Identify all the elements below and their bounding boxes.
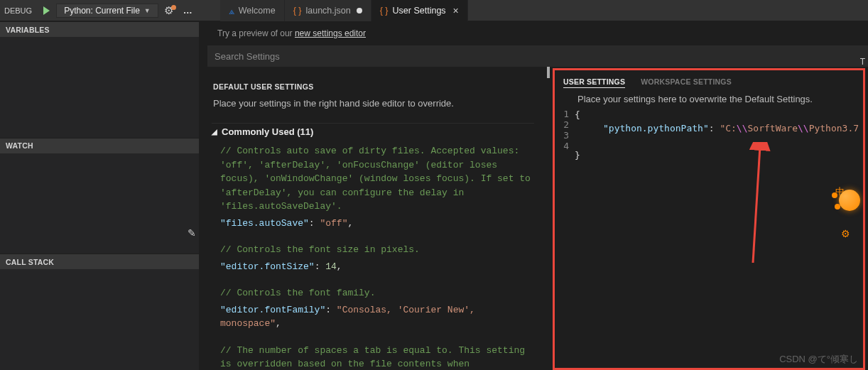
callstack-section-header[interactable]: CALL STACK <box>0 254 199 269</box>
settings-scope-tabs: USER SETTINGS WORKSPACE SETTINGS <box>555 70 863 92</box>
tab-welcome[interactable]: ⟁ Welcome <box>220 0 285 21</box>
callstack-panel <box>0 269 199 370</box>
play-icon <box>43 6 50 15</box>
tab-launch-json[interactable]: { } launch.json <box>285 0 371 21</box>
tab-workspace-scope[interactable]: WORKSPACE SETTINGS <box>641 76 732 88</box>
assistant-bubble: 中 ⚙ <box>839 190 860 211</box>
tab-user-scope[interactable]: USER SETTINGS <box>563 76 625 88</box>
setting-value: "off" <box>320 218 347 229</box>
chevron-down-icon: ◢ <box>212 128 217 136</box>
debug-config-dropdown[interactable]: Python: Current File ▼ <box>56 4 158 18</box>
commonly-used-group[interactable]: ◢Commonly Used (11) <box>212 123 534 144</box>
ime-badge: 中 <box>835 185 845 198</box>
watch-panel <box>0 153 199 254</box>
default-settings-pane: DEFAULT USER SETTINGS Place your setting… <box>199 67 550 370</box>
default-settings-header: DEFAULT USER SETTINGS <box>212 80 534 97</box>
dirty-dot-icon <box>357 8 362 13</box>
setting-key: "editor.fontSize" <box>220 261 315 272</box>
scrollbar-thumb[interactable] <box>547 67 550 78</box>
filter-button[interactable]: T <box>860 57 865 67</box>
tab-label: Welcome <box>239 6 276 16</box>
debug-settings-button[interactable]: ⚙ <box>164 4 176 17</box>
default-settings-hint: Place your settings in the right hand si… <box>212 97 534 117</box>
tab-label: launch.json <box>305 6 350 16</box>
watch-section-header[interactable]: WATCH <box>0 138 199 153</box>
search-settings-input[interactable]: Search Settings <box>207 45 868 67</box>
code-area[interactable]: { "python.pythonPath": "C:\\SorftWare\\P… <box>575 109 859 162</box>
default-settings-code[interactable]: // Controls auto save of dirty files. Ac… <box>212 144 534 370</box>
search-placeholder: Search Settings <box>215 51 280 62</box>
editor-tabs: ⟁ Welcome { } launch.json { } User Setti… <box>220 0 468 21</box>
gear-icon: ⚙ <box>841 228 850 239</box>
user-settings-hint: Place your settings here to overwrite th… <box>555 92 863 109</box>
setting-key: "files.autoSave" <box>220 218 309 229</box>
debug-label: DEBUG <box>0 6 36 15</box>
braces-icon: { } <box>293 6 302 16</box>
tab-user-settings[interactable]: { } User Settings × <box>371 0 468 21</box>
setting-comment: // Controls the font family. <box>220 286 534 300</box>
line-numbers: 1 2 3 4 <box>555 109 575 162</box>
new-settings-editor-link[interactable]: new settings editor <box>295 28 366 38</box>
variables-panel <box>0 37 199 138</box>
setting-key: "python.pythonPath" <box>603 123 709 134</box>
setting-value: 14 <box>325 261 337 272</box>
debug-sidebar: VARIABLES WATCH CALL STACK <box>0 21 199 370</box>
setting-comment: // The number of spaces a tab is equal t… <box>220 344 534 371</box>
variables-section-header[interactable]: VARIABLES <box>0 21 199 37</box>
tab-label: User Settings <box>393 6 446 16</box>
user-settings-pane: USER SETTINGS WORKSPACE SETTINGS Place y… <box>553 68 865 370</box>
close-icon[interactable]: × <box>453 5 459 16</box>
edit-icon[interactable]: ✎ <box>188 227 196 239</box>
dirty-indicator-icon <box>171 5 176 10</box>
user-settings-editor[interactable]: 1 2 3 4 { "python.pythonPath": "C:\\Sorf… <box>555 109 863 162</box>
orange-bubble-icon <box>839 190 860 211</box>
settings-preview-prompt: Try a preview of our new settings editor <box>199 21 868 45</box>
setting-key: "editor.fontFamily" <box>220 305 325 315</box>
setting-comment: // Controls auto save of dirty files. Ac… <box>220 144 534 214</box>
debug-config-label: Python: Current File <box>64 6 140 16</box>
start-debug-button[interactable] <box>39 4 53 18</box>
vscode-icon: ⟁ <box>229 5 234 16</box>
braces-icon: { } <box>380 6 389 16</box>
watermark: CSDN @て°倾寒し <box>779 353 858 366</box>
editor-main: Try a preview of our new settings editor… <box>199 21 868 370</box>
more-actions-button[interactable]: … <box>183 5 193 16</box>
setting-comment: // Controls the font size in pixels. <box>220 243 534 257</box>
top-bar: DEBUG Python: Current File ▼ ⚙ … ⟁ Welco… <box>0 0 868 21</box>
chevron-down-icon: ▼ <box>144 7 151 14</box>
